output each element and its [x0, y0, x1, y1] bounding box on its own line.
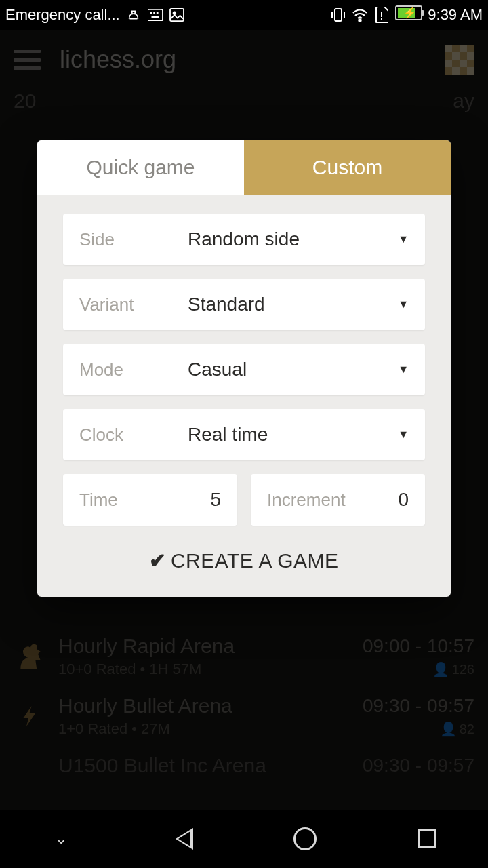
create-game-label: CREATE A GAME [171, 549, 339, 572]
sim-alert-icon [373, 7, 390, 23]
status-headline: Emergency call... [5, 6, 120, 24]
variant-label: Variant [79, 294, 188, 315]
app-viewport: lichess.org 20 ay Hourly Rapid Arena 10+… [0, 30, 488, 810]
chevron-down-icon: ▼ [398, 429, 409, 441]
chevron-down-icon: ▼ [398, 233, 409, 245]
increment-value: 0 [398, 489, 409, 511]
chevron-down-icon: ▼ [398, 298, 409, 311]
chevron-down-icon: ▼ [398, 363, 409, 376]
side-label: Side [79, 229, 188, 250]
wifi-icon [352, 7, 368, 23]
svg-rect-3 [157, 12, 159, 14]
side-value: Random side [188, 229, 398, 250]
svg-rect-4 [151, 16, 159, 18]
picture-icon [169, 7, 185, 23]
nav-caret-button[interactable]: ⌄ [41, 818, 81, 859]
svg-rect-7 [335, 9, 342, 21]
svg-rect-0 [148, 9, 163, 21]
android-icon [125, 7, 142, 23]
variant-value: Standard [188, 294, 398, 315]
svg-rect-9 [381, 12, 382, 17]
svg-rect-1 [150, 12, 152, 14]
vibrate-icon [330, 7, 346, 23]
svg-rect-10 [381, 18, 382, 20]
status-clock: 9:39 AM [428, 6, 483, 24]
svg-rect-2 [153, 12, 155, 14]
increment-label: Increment [267, 490, 346, 511]
nav-recent-button[interactable] [407, 818, 447, 859]
nav-back-button[interactable] [163, 818, 203, 859]
modal-tabs: Quick game Custom [37, 140, 451, 195]
clock-label: Clock [79, 425, 188, 446]
mode-select[interactable]: Mode Casual ▼ [63, 344, 425, 395]
clock-value: Real time [188, 424, 398, 446]
increment-input[interactable]: Increment 0 [251, 474, 425, 526]
battery-icon: ⚡ [395, 5, 422, 24]
create-game-modal: Quick game Custom Side Random side ▼ Var… [37, 140, 451, 597]
variant-select[interactable]: Variant Standard ▼ [63, 279, 425, 330]
android-statusbar: Emergency call... ⚡ 9:39 AM [0, 0, 488, 30]
clock-select[interactable]: Clock Real time ▼ [63, 409, 425, 460]
mode-label: Mode [79, 359, 188, 380]
tab-quick-game[interactable]: Quick game [37, 140, 244, 195]
svg-rect-5 [170, 9, 184, 21]
keyboard-icon [147, 7, 163, 23]
svg-point-8 [359, 19, 361, 21]
nav-home-button[interactable] [285, 818, 325, 859]
side-select[interactable]: Side Random side ▼ [63, 214, 425, 265]
mode-value: Casual [188, 359, 398, 380]
time-input[interactable]: Time 5 [63, 474, 237, 526]
android-navbar: ⌄ [0, 810, 488, 868]
time-value: 5 [210, 489, 221, 511]
time-label: Time [79, 490, 118, 511]
svg-point-6 [173, 12, 176, 14]
tab-custom[interactable]: Custom [244, 140, 451, 195]
check-icon: ✔ [149, 549, 167, 572]
create-game-button[interactable]: ✔ CREATE A GAME [63, 549, 425, 572]
